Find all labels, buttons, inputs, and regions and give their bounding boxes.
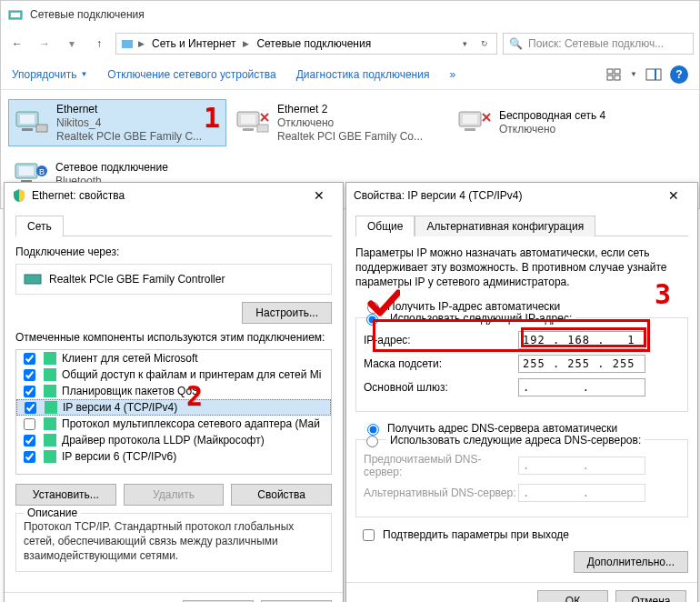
network-adapter-icon-disabled [234, 105, 270, 141]
back-button[interactable]: ← [6, 33, 28, 55]
component-label: IP версии 6 (TCP/IPv6) [62, 450, 176, 463]
breadcrumb-item[interactable]: Сетевые подключения [253, 35, 375, 52]
tabs: Сеть [15, 216, 332, 236]
component-label: Драйвер протокола LLDP (Майкрософт) [62, 434, 265, 446]
annotation-checkmark [367, 287, 400, 318]
connect-via-label: Подключение через: [15, 246, 332, 258]
forward-button[interactable]: → [34, 33, 55, 55]
search-input[interactable]: 🔍 Поиск: Сетевые подключ... [503, 33, 694, 55]
component-checkbox[interactable] [24, 369, 35, 381]
preview-pane-icon[interactable] [645, 65, 663, 84]
svg-rect-6 [615, 75, 620, 80]
subnet-mask-input[interactable] [518, 355, 645, 373]
install-button[interactable]: Установить... [15, 484, 116, 506]
component-label: Клиент для сетей Microsoft [62, 352, 198, 365]
chevron-right-icon: ▶ [243, 39, 249, 48]
refresh-button[interactable]: ↻ [476, 39, 493, 48]
radio-label: Получить адрес DNS-сервера автоматически [387, 422, 617, 435]
adapter-icon [24, 272, 42, 286]
radio-manual-dns[interactable]: Использовать следующие адреса DNS-сервер… [362, 433, 680, 447]
component-icon [44, 352, 56, 365]
chevron-right-icon: ▶ [138, 39, 145, 48]
close-button[interactable]: ✕ [303, 188, 335, 203]
component-item[interactable]: Клиент для сетей Microsoft [16, 350, 331, 366]
component-checkbox[interactable] [24, 435, 35, 446]
component-item[interactable]: Общий доступ к файлам и принтерам для се… [16, 366, 331, 383]
address-bar: ← → ▾ ↑ ▶ Сеть и Интернет ▶ Сетевые подк… [1, 28, 699, 59]
connection-name: Сетевое подключение [55, 161, 168, 175]
chevron-down-icon[interactable]: ▼ [630, 70, 637, 78]
component-item[interactable]: Планировщик пакетов QoS [16, 383, 331, 399]
radio-input[interactable] [367, 424, 379, 436]
breadcrumb-item[interactable]: Сеть и Интернет [148, 35, 239, 52]
connection-item-ethernet[interactable]: Ethernet Nikitos_4 Realtek PCIe GBE Fami… [8, 99, 226, 146]
organize-button[interactable]: Упорядочить▼ [12, 68, 87, 81]
component-item[interactable]: Драйвер протокола LLDP (Майкрософт) [16, 432, 331, 448]
gateway-input[interactable] [518, 378, 645, 396]
search-icon: 🔍 [509, 37, 523, 50]
help-icon[interactable]: ? [670, 65, 688, 84]
view-mode-icon[interactable] [605, 65, 623, 84]
remove-button: Удалить [124, 484, 225, 506]
svg-rect-16 [257, 125, 268, 132]
component-icon [44, 417, 56, 430]
ok-button[interactable]: ОК [537, 590, 608, 602]
device-box: Realtek PCIe GBE Family Controller [15, 264, 332, 295]
component-checkbox[interactable] [24, 451, 35, 463]
wifi-adapter-icon [455, 105, 492, 141]
properties-button[interactable]: Свойства [231, 484, 332, 506]
connection-name: Ethernet [56, 103, 202, 116]
svg-rect-10 [20, 115, 35, 124]
up-button[interactable]: ↑ [88, 33, 110, 55]
window-title: Сетевые подключения [30, 8, 145, 21]
ipv4-properties-dialog: Свойства: IP версии 4 (TCP/IPv4) ✕ Общие… [345, 182, 698, 602]
annotation-box-inner [521, 327, 646, 347]
component-checkbox[interactable] [25, 402, 36, 414]
connection-item-wifi[interactable]: Беспроводная сеть 4 Отключено [452, 99, 670, 146]
component-label: Протокол мультиплексора сетевого адаптер… [62, 417, 320, 430]
svg-rect-25 [19, 166, 34, 176]
recent-button[interactable]: ▾ [61, 33, 83, 55]
dialog-title: Ethernet: свойства [32, 189, 303, 202]
diagnose-button[interactable]: Диагностика подключения [296, 68, 430, 81]
tab-network[interactable]: Сеть [15, 216, 64, 236]
advanced-button[interactable]: Дополнительно... [574, 551, 688, 573]
tab-alternate[interactable]: Альтернативная конфигурация [415, 216, 595, 236]
more-button[interactable]: » [449, 68, 485, 81]
description-group: Описание Протокол TCP/IP. Стандартный пр… [15, 513, 332, 572]
svg-rect-20 [463, 115, 477, 124]
tab-general[interactable]: Общие [355, 216, 415, 236]
configure-button[interactable]: Настроить... [242, 302, 332, 324]
radio-input[interactable] [366, 436, 378, 447]
svg-rect-14 [241, 115, 255, 124]
connection-name: Ethernet 2 [277, 103, 423, 116]
svg-rect-11 [22, 128, 33, 131]
component-checkbox[interactable] [24, 353, 35, 365]
connection-item-ethernet2[interactable]: Ethernet 2 Отключено Realtek PCI GBE Fam… [230, 99, 448, 146]
component-item[interactable]: IP версии 6 (TCP/IPv6) [16, 448, 331, 465]
search-placeholder: Поиск: Сетевые подключ... [528, 37, 664, 50]
component-checkbox[interactable] [24, 386, 35, 397]
connection-name: Беспроводная сеть 4 [499, 109, 605, 123]
breadcrumb-box[interactable]: ▶ Сеть и Интернет ▶ Сетевые подключения … [115, 33, 497, 55]
toolbar: Упорядочить▼ Отключение сетевого устройс… [1, 59, 699, 90]
component-checkbox[interactable] [24, 418, 35, 430]
confirm-checkbox[interactable] [363, 529, 375, 541]
disable-device-button[interactable]: Отключение сетевого устройства [107, 68, 275, 81]
close-button[interactable]: ✕ [657, 188, 690, 203]
component-item-ipv4[interactable]: IP версии 4 (TCP/IPv4) [16, 399, 331, 416]
breadcrumb-icon [120, 36, 135, 51]
confirm-on-exit[interactable]: Подтвердить параметры при выходе [359, 527, 688, 544]
path-dropdown[interactable]: ▾ [456, 39, 473, 48]
component-item[interactable]: Протокол мультиплексора сетевого адаптер… [16, 416, 331, 432]
annotation-3: 3 [655, 278, 671, 310]
svg-rect-12 [36, 125, 47, 132]
component-icon [44, 385, 56, 397]
svg-rect-4 [615, 69, 620, 74]
dialog-footer: ОК Отмена [5, 592, 343, 602]
components-list[interactable]: Клиент для сетей Microsoft Общий доступ … [15, 349, 332, 475]
description-text: Протокол TCP/IP. Стандартный протокол гл… [24, 519, 324, 564]
connection-desc: Realtek PCI GBE Family Co... [277, 130, 423, 144]
cancel-button[interactable]: Отмена [615, 590, 686, 602]
svg-rect-2 [122, 40, 133, 48]
